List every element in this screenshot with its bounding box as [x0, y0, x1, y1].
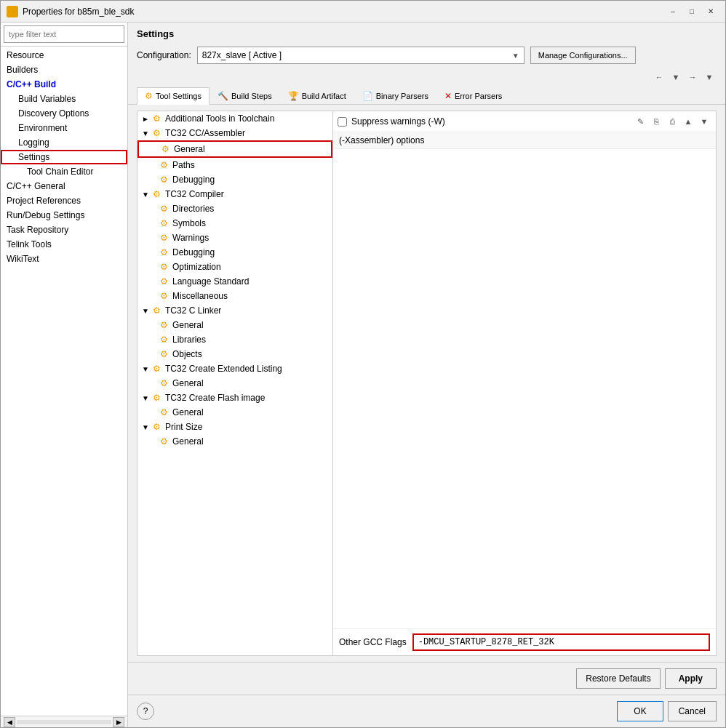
- tool-icon: ⚙: [158, 276, 169, 287]
- sidebar-item-settings[interactable]: Settings: [1, 150, 127, 164]
- filter-input[interactable]: [4, 25, 124, 43]
- tab-build-artifact[interactable]: 🏆 Build Artifact: [280, 87, 354, 105]
- sidebar-item-tool-chain-editor[interactable]: Tool Chain Editor: [1, 164, 127, 179]
- sidebar-item-discovery-options[interactable]: Discovery Options: [1, 106, 127, 121]
- titlebar-controls: – □ ✕: [664, 4, 719, 19]
- help-button[interactable]: ?: [137, 703, 154, 720]
- tree-item-print-size[interactable]: ▼ ⚙ Print Size: [137, 420, 332, 434]
- tree-item-paths[interactable]: ⚙ Paths: [137, 158, 332, 172]
- nav-back-button[interactable]: ←: [652, 70, 666, 84]
- expand-icon: [149, 409, 158, 417]
- restore-defaults-button[interactable]: Restore Defaults: [576, 668, 660, 689]
- sidebar-item-run-debug[interactable]: Run/Debug Settings: [1, 208, 127, 223]
- dialog-bottom: ? OK Cancel: [128, 695, 725, 727]
- config-row: Configuration: 827x_slave [ Active ] ▼ M…: [128, 44, 725, 70]
- suppress-warnings-label: Suppress warnings (-W): [351, 116, 445, 127]
- sidebar-item-task-repository[interactable]: Task Repository: [1, 223, 127, 237]
- titlebar-title: Properties for b85m_ble_sdk: [23, 7, 664, 17]
- tool-settings-icon: ⚙: [145, 91, 153, 101]
- tree-item-miscellaneous[interactable]: ⚙ Miscellaneous: [137, 289, 332, 303]
- tree-item-general-extended[interactable]: ⚙ General: [137, 376, 332, 391]
- nav-menu-button[interactable]: ▼: [702, 70, 717, 84]
- tree-item-symbols[interactable]: ⚙ Symbols: [137, 216, 332, 231]
- move-down-button[interactable]: ▼: [697, 114, 711, 129]
- tree-item-debugging-compiler[interactable]: ⚙ Debugging: [137, 245, 332, 260]
- cancel-button[interactable]: Cancel: [668, 701, 717, 721]
- expand-icon: [149, 249, 158, 257]
- tree-item-objects[interactable]: ⚙ Objects: [137, 347, 332, 361]
- scroll-left-button[interactable]: ◀: [4, 717, 15, 727]
- config-dropdown[interactable]: 827x_slave [ Active ] ▼: [197, 47, 524, 64]
- tree-item-general-print[interactable]: ⚙ General: [137, 434, 332, 449]
- tree-item-debugging-assembler[interactable]: ⚙ Debugging: [137, 172, 332, 187]
- suppress-warnings-checkbox[interactable]: [338, 117, 347, 127]
- tool-icon: ⚙: [158, 290, 169, 302]
- close-button[interactable]: ✕: [702, 4, 719, 19]
- tab-error-parsers[interactable]: ✕ Error Parsers: [436, 87, 510, 105]
- add-option-button[interactable]: ✎: [633, 114, 647, 129]
- sidebar-item-environment[interactable]: Environment: [1, 121, 127, 135]
- tool-icon: ⚙: [158, 159, 169, 171]
- expand-icon: [151, 145, 159, 153]
- sidebar-scrollbar[interactable]: ◀ ▶: [1, 716, 127, 727]
- expand-icon: [149, 292, 158, 300]
- sidebar-item-project-references[interactable]: Project References: [1, 193, 127, 208]
- apply-button[interactable]: Apply: [665, 668, 717, 689]
- move-up-button[interactable]: ▲: [681, 114, 695, 129]
- expand-icon: [149, 380, 158, 388]
- tool-icon: ⚙: [151, 113, 162, 124]
- tree-item-optimization[interactable]: ⚙ Optimization: [137, 260, 332, 274]
- expand-icon: [149, 351, 158, 359]
- manage-configurations-button[interactable]: Manage Configurations...: [530, 47, 636, 64]
- tool-icon: ⚙: [158, 247, 169, 258]
- tool-icon: ⚙: [158, 261, 169, 273]
- tree-item-libraries[interactable]: ⚙ Libraries: [137, 332, 332, 347]
- sidebar-item-resource[interactable]: Resource: [1, 48, 127, 63]
- expand-icon: ▼: [142, 365, 151, 373]
- sidebar-item-telink-tools[interactable]: Telink Tools: [1, 237, 127, 252]
- copy-option-button[interactable]: ⎘: [649, 114, 663, 129]
- main-window: Properties for b85m_ble_sdk – □ ✕ Resour…: [0, 0, 726, 728]
- options-panel: Suppress warnings (-W) ✎ ⎘ ⎙ ▲ ▼ (-Xasse…: [333, 111, 717, 656]
- tool-icon: ⚙: [158, 407, 169, 418]
- nav-dropdown-button[interactable]: ▼: [669, 70, 683, 84]
- nav-forward-button[interactable]: →: [685, 70, 700, 84]
- titlebar: Properties for b85m_ble_sdk – □ ✕: [1, 1, 725, 23]
- filter-box: [1, 23, 127, 47]
- sidebar-item-logging[interactable]: Logging: [1, 135, 127, 150]
- sidebar-item-ccpp-general[interactable]: C/C++ General: [1, 179, 127, 193]
- gcc-flags-input[interactable]: [412, 633, 710, 651]
- tab-build-steps[interactable]: 🔨 Build Steps: [210, 87, 280, 105]
- scroll-right-button[interactable]: ▶: [113, 717, 124, 727]
- tab-tool-settings[interactable]: ⚙ Tool Settings: [137, 87, 210, 105]
- tree-item-warnings[interactable]: ⚙ Warnings: [137, 231, 332, 245]
- paste-option-button[interactable]: ⎙: [665, 114, 679, 129]
- sidebar-item-ccpp-build[interactable]: C/C++ Build: [1, 77, 127, 92]
- expand-icon: ▼: [142, 307, 151, 315]
- tree-item-general-assembler[interactable]: ⚙ General: [137, 140, 332, 158]
- tree-item-directories[interactable]: ⚙ Directories: [137, 201, 332, 216]
- tree-item-tc32-compiler[interactable]: ▼ ⚙ TC32 Compiler: [137, 187, 332, 201]
- minimize-button[interactable]: –: [664, 4, 682, 19]
- expand-icon: ▼: [142, 423, 151, 431]
- sidebar-item-builders[interactable]: Builders: [1, 63, 127, 77]
- expand-icon: [149, 234, 158, 242]
- tree-item-tc32-create-flash[interactable]: ▼ ⚙ TC32 Create Flash image: [137, 391, 332, 405]
- tree-item-additional-tools[interactable]: ► ⚙ Additional Tools in Toolchain: [137, 111, 332, 126]
- tree-item-tc32-c-linker[interactable]: ▼ ⚙ TC32 C Linker: [137, 303, 332, 318]
- expand-icon: [149, 220, 158, 228]
- tool-icon: ⚙: [158, 436, 169, 447]
- ok-button[interactable]: OK: [617, 701, 663, 721]
- tree-item-language-standard[interactable]: ⚙ Language Standard: [137, 274, 332, 289]
- sidebar-item-wikitext[interactable]: WikiText: [1, 252, 127, 266]
- maximize-button[interactable]: □: [683, 4, 701, 19]
- tree-item-general-linker[interactable]: ⚙ General: [137, 318, 332, 332]
- expand-icon: [149, 336, 158, 344]
- sidebar-item-build-variables[interactable]: Build Variables: [1, 92, 127, 106]
- tab-binary-parsers[interactable]: 📄 Binary Parsers: [354, 87, 436, 105]
- gcc-flags-row: Other GCC Flags: [333, 628, 716, 655]
- tool-icon: ⚙: [158, 377, 169, 389]
- tree-item-tc32-create-extended[interactable]: ▼ ⚙ TC32 Create Extended Listing: [137, 361, 332, 376]
- tree-item-general-flash[interactable]: ⚙ General: [137, 405, 332, 420]
- tree-item-tc32-cc-assembler[interactable]: ▼ ⚙ TC32 CC/Assembler: [137, 126, 332, 140]
